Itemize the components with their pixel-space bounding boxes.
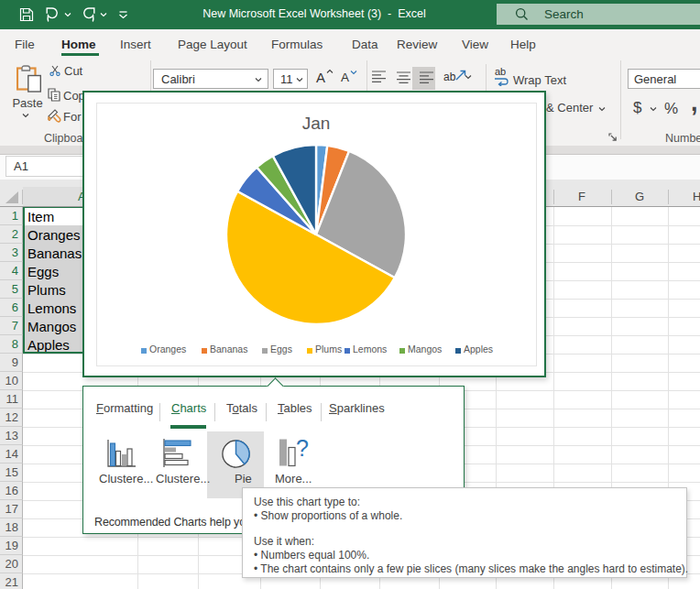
svg-text:?: ? <box>296 438 309 461</box>
